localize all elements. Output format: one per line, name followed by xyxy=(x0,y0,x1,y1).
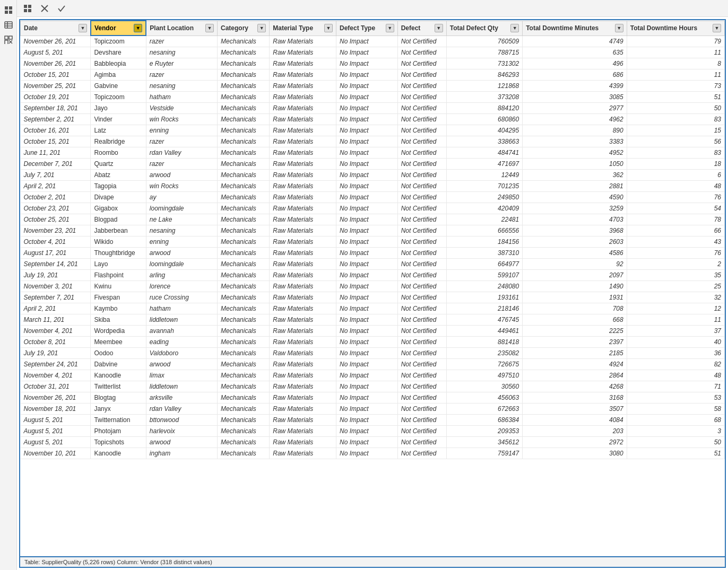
table-row[interactable]: August 5, 201DevsharenesaningMechanicals… xyxy=(21,47,725,58)
table-row[interactable]: November 23, 201JabberbeannesaningMechan… xyxy=(21,225,725,236)
table-row[interactable]: October 19, 201TopiczoomhathamMechanical… xyxy=(21,92,725,103)
table-cell: loomingdale xyxy=(146,203,217,214)
table-cell: 3383 xyxy=(523,136,627,147)
table-row[interactable]: August 5, 201PhotojamharlevoixMechanical… xyxy=(21,426,725,437)
table-row[interactable]: November 4, 201WordpediaavannahMechanica… xyxy=(21,326,725,337)
table-cell: liddletown xyxy=(146,381,217,392)
grid-icon[interactable] xyxy=(3,4,14,16)
table-cell: Not Certified xyxy=(397,348,446,359)
table-row[interactable]: July 19, 201OodooValdoboroMechanicalsRaw… xyxy=(21,348,725,359)
table-cell: September 14, 201 xyxy=(21,259,91,270)
table-row[interactable]: October 8, 201MeembeeeadingMechanicalsRa… xyxy=(21,337,725,348)
table-row[interactable]: November 26, 201BlogtagarksvilleMechanic… xyxy=(21,392,725,404)
table-row[interactable]: March 11, 201SkibaliddletownMechanicalsR… xyxy=(21,314,725,326)
vendor-filter-btn[interactable]: ▼ xyxy=(134,24,142,32)
pivot-icon[interactable] xyxy=(3,34,14,46)
table-cell: Raw Materials xyxy=(270,192,336,203)
defect-qty-filter-btn[interactable]: ▼ xyxy=(510,24,519,32)
downtime-hours-filter-btn[interactable]: ▼ xyxy=(713,24,721,32)
table-row[interactable]: September 14, 201LayoloomingdaleMechanic… xyxy=(21,259,725,270)
grid-view-button[interactable] xyxy=(21,2,34,15)
table-row[interactable]: September 2, 201Vinderwin RocksMechanica… xyxy=(21,114,725,125)
table-cell: November 4, 201 xyxy=(21,370,91,381)
table-row[interactable]: September 7, 201Fivespanruce CrossingMec… xyxy=(21,292,725,303)
table-icon[interactable] xyxy=(3,19,14,31)
table-cell: Raw Materials xyxy=(270,181,336,192)
table-cell: Raw Materials xyxy=(270,270,336,281)
defect-filter-btn[interactable]: ▼ xyxy=(435,24,443,32)
table-cell: Not Certified xyxy=(397,292,446,303)
table-cell: Raw Materials xyxy=(270,92,336,103)
table-cell: Vestside xyxy=(146,103,217,114)
table-cell: Not Certified xyxy=(397,236,446,248)
status-bar: Table: SupplierQuality (5,226 rows) Colu… xyxy=(19,556,726,568)
table-row[interactable]: October 15, 201RealbridgerazerMechanical… xyxy=(21,136,725,147)
table-cell: No Impact xyxy=(336,426,397,437)
table-row[interactable]: November 4, 201KanoodlelimaxMechanicalsR… xyxy=(21,370,725,381)
table-cell: Raw Materials xyxy=(270,415,336,426)
table-row[interactable]: October 15, 201AgimbarazerMechanicalsRaw… xyxy=(21,69,725,81)
total-downtime-min-header: Total Downtime Minutes ▼ xyxy=(523,21,627,36)
table-row[interactable]: November 26, 201TopiczoomrazerMechanical… xyxy=(21,36,725,47)
category-filter-btn[interactable]: ▼ xyxy=(257,24,266,32)
table-row[interactable]: September 18, 201JayoVestsideMechanicals… xyxy=(21,103,725,114)
table-row[interactable]: August 17, 201ThoughtbridgearwoodMechani… xyxy=(21,248,725,259)
table-cell: 83 xyxy=(627,147,724,159)
table-row[interactable]: October 31, 201TwitterlistliddletownMech… xyxy=(21,381,725,392)
table-cell: 36 xyxy=(627,348,724,359)
check-button[interactable] xyxy=(55,2,68,15)
defect-type-filter-btn[interactable]: ▼ xyxy=(386,24,394,32)
table-cell: 2225 xyxy=(523,326,627,337)
table-cell: 1050 xyxy=(523,159,627,170)
table-cell: Twitternation xyxy=(91,415,146,426)
table-row[interactable]: October 2, 201DivapeayMechanicalsRaw Mat… xyxy=(21,192,725,203)
table-cell: Not Certified xyxy=(397,192,446,203)
table-cell: 4749 xyxy=(523,36,627,47)
table-cell: eading xyxy=(146,337,217,348)
table-row[interactable]: October 4, 201WikidoenningMechanicalsRaw… xyxy=(21,236,725,248)
table-cell: November 10, 201 xyxy=(21,448,91,459)
table-row[interactable]: November 26, 201Babbleopiae RuyterMechan… xyxy=(21,58,725,69)
table-scroll[interactable]: Date ▼ Vendor ▼ xyxy=(20,20,725,556)
close-button[interactable] xyxy=(38,2,51,15)
downtime-min-filter-btn[interactable]: ▼ xyxy=(615,24,623,32)
table-row[interactable]: December 7, 201QuartzrazerMechanicalsRaw… xyxy=(21,159,725,170)
table-row[interactable]: June 11, 201Roombordan ValleyMechanicals… xyxy=(21,147,725,159)
table-cell: Raw Materials xyxy=(270,404,336,415)
table-row[interactable]: April 2, 201Tagopiawin RocksMechanicalsR… xyxy=(21,181,725,192)
table-row[interactable]: October 23, 201GigaboxloomingdaleMechani… xyxy=(21,203,725,214)
table-row[interactable]: August 5, 201TwitternationbttonwoodMecha… xyxy=(21,415,725,426)
table-cell: Raw Materials xyxy=(270,147,336,159)
table-row[interactable]: October 16, 201LatzenningMechanicalsRaw … xyxy=(21,125,725,136)
table-row[interactable]: November 25, 201GabvinenesaningMechanica… xyxy=(21,81,725,92)
table-cell: arksville xyxy=(146,392,217,404)
table-cell: Mechanicals xyxy=(218,81,270,92)
table-row[interactable]: April 2, 201KaymbohathamMechanicalsRaw M… xyxy=(21,303,725,314)
table-row[interactable]: November 10, 201KanoodleinghamMechanical… xyxy=(21,448,725,459)
table-cell: No Impact xyxy=(336,381,397,392)
table-row[interactable]: November 3, 201KwinulorenceMechanicalsRa… xyxy=(21,281,725,292)
table-cell: Mechanicals xyxy=(218,426,270,437)
table-row[interactable]: August 5, 201TopicshotsarwoodMechanicals… xyxy=(21,437,725,448)
table-cell: loomingdale xyxy=(146,259,217,270)
table-row[interactable]: July 19, 201FlashpointarlingMechanicalsR… xyxy=(21,270,725,281)
table-cell: October 15, 201 xyxy=(21,69,91,81)
table-cell: 209353 xyxy=(446,426,522,437)
table-cell: 66 xyxy=(627,225,724,236)
table-cell: nesaning xyxy=(146,225,217,236)
table-cell: 12 xyxy=(627,303,724,314)
table-cell: 37 xyxy=(627,326,724,337)
date-filter-btn[interactable]: ▼ xyxy=(79,24,87,32)
plant-filter-btn[interactable]: ▼ xyxy=(205,24,214,32)
table-cell: Not Certified xyxy=(397,370,446,381)
table-cell: 664977 xyxy=(446,259,522,270)
material-filter-btn[interactable]: ▼ xyxy=(324,24,333,32)
table-cell: 193161 xyxy=(446,292,522,303)
table-cell: 686 xyxy=(523,69,627,81)
table-cell: 338663 xyxy=(446,136,522,147)
table-row[interactable]: July 7, 201AbatzarwoodMechanicalsRaw Mat… xyxy=(21,170,725,181)
table-row[interactable]: September 24, 201DabvinearwoodMechanical… xyxy=(21,359,725,370)
table-row[interactable]: November 18, 201Janyxrdan ValleyMechanic… xyxy=(21,404,725,415)
table-cell: October 8, 201 xyxy=(21,337,91,348)
table-row[interactable]: October 25, 201Blogpadne LakeMechanicals… xyxy=(21,214,725,225)
